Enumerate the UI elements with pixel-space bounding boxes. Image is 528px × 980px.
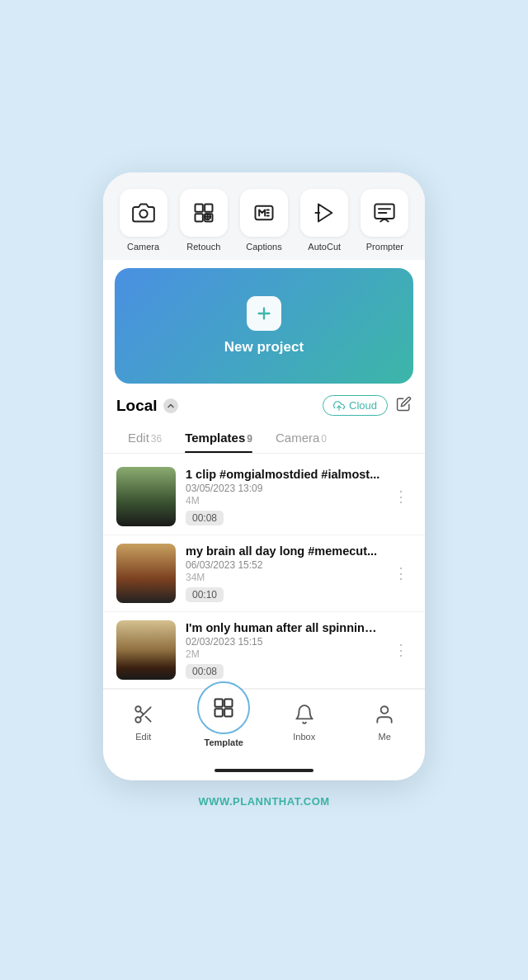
autocut-label: AutoCut: [308, 242, 341, 252]
more-button-1[interactable]: ⋮: [390, 484, 412, 509]
camera-label: Camera: [127, 242, 159, 252]
svg-rect-14: [215, 700, 223, 707]
cloud-label: Cloud: [349, 399, 377, 412]
project-duration-1: 00:08: [186, 511, 224, 525]
cloud-button[interactable]: Cloud: [323, 395, 388, 416]
svg-point-18: [381, 706, 389, 714]
project-size-1: 4M: [186, 495, 380, 506]
tool-autocut[interactable]: AutoCut: [295, 189, 355, 252]
project-thumb-3: [116, 620, 176, 680]
project-date-1: 03/05/2023 13:09: [186, 483, 380, 494]
svg-rect-6: [256, 206, 273, 219]
project-date-2: 06/03/2023 15:52: [186, 559, 380, 571]
retouch-label: Retouch: [186, 242, 220, 252]
project-title-3: I'm only human after all spinning...: [186, 621, 380, 634]
scissors-icon: [133, 704, 154, 728]
tab-templates-count: 9: [247, 433, 252, 445]
project-item-2[interactable]: my brain all day long #memecut... 06/03/…: [103, 535, 425, 612]
tab-camera-label: Camera: [276, 431, 319, 445]
tab-edit-count: 36: [151, 433, 162, 445]
tool-camera[interactable]: Camera: [113, 189, 173, 252]
camera-icon: [132, 201, 155, 224]
template-circle-ring: [197, 681, 250, 734]
more-button-3[interactable]: ⋮: [390, 638, 412, 662]
home-indicator: [214, 769, 314, 772]
local-title-text: Local: [116, 397, 158, 415]
autocut-icon: [313, 201, 336, 224]
chevron-up-icon: [163, 398, 178, 413]
project-thumb-2: [116, 544, 176, 603]
svg-rect-3: [195, 214, 202, 221]
retouch-icon-box: [180, 189, 228, 237]
project-item-3[interactable]: I'm only human after all spinning... 02/…: [103, 612, 425, 689]
project-size-3: 2M: [186, 648, 380, 660]
captions-icon: [252, 201, 276, 224]
footer-url: WWW.PLANNTHAT.COM: [198, 795, 329, 808]
thumb-overlay-1: [116, 467, 176, 526]
edit-icon-button[interactable]: [396, 396, 412, 415]
project-list: 1 clip #omgialmostdied #ialmost... 03/05…: [103, 454, 425, 689]
nav-inbox-label: Inbox: [293, 732, 315, 742]
svg-rect-16: [215, 709, 223, 716]
website-footer: WWW.PLANNTHAT.COM: [198, 795, 329, 808]
template-circle: [197, 681, 250, 734]
project-title-2: my brain all day long #memecut...: [186, 544, 380, 558]
local-header: Local Cloud: [103, 384, 425, 421]
prompter-label: Prompter: [366, 242, 403, 252]
more-button-2[interactable]: ⋮: [390, 561, 412, 586]
project-info-1: 1 clip #omgialmostdied #ialmost... 03/05…: [186, 468, 380, 525]
bottom-nav: Edit Template: [103, 689, 425, 761]
tab-templates[interactable]: Templates9: [173, 424, 264, 453]
phone-frame: Camera Retouch: [103, 172, 425, 780]
project-title-1: 1 clip #omgialmostdied #ialmost...: [186, 468, 380, 481]
svg-point-0: [139, 210, 147, 218]
person-icon: [374, 704, 395, 728]
autocut-icon-box: [300, 189, 348, 237]
cloud-upload-icon: [333, 400, 345, 412]
project-info-3: I'm only human after all spinning... 02/…: [186, 621, 380, 679]
tool-retouch[interactable]: Retouch: [173, 189, 233, 252]
template-icon: [212, 696, 235, 719]
tool-prompter[interactable]: Prompter: [355, 189, 415, 252]
captions-icon-box: [240, 189, 288, 237]
svg-rect-2: [205, 205, 212, 212]
tab-edit[interactable]: Edit36: [116, 424, 173, 453]
project-info-2: my brain all day long #memecut... 06/03/…: [186, 544, 380, 602]
svg-rect-15: [224, 700, 232, 707]
svg-line-12: [145, 717, 150, 722]
tabs-row: Edit36 Templates9 Camera0: [103, 421, 425, 454]
svg-rect-1: [195, 205, 202, 212]
prompter-icon: [373, 201, 396, 224]
project-item-1[interactable]: 1 clip #omgialmostdied #ialmost... 03/05…: [103, 459, 425, 535]
project-date-3: 02/03/2023 15:15: [186, 636, 380, 648]
retouch-icon: [192, 201, 215, 224]
tools-row: Camera Retouch: [103, 172, 425, 260]
project-duration-3: 00:08: [186, 664, 224, 679]
nav-template-label: Template: [205, 737, 243, 747]
new-project-label: New project: [224, 339, 304, 356]
local-actions: Cloud: [323, 395, 412, 416]
thumb-overlay-3: [116, 620, 176, 680]
svg-rect-17: [224, 709, 232, 716]
project-size-2: 34M: [186, 572, 380, 583]
nav-template[interactable]: Template: [184, 698, 265, 747]
project-thumb-1: [116, 467, 176, 526]
nav-inbox[interactable]: Inbox: [264, 704, 345, 742]
project-duration-2: 00:10: [186, 587, 224, 602]
nav-me-label: Me: [379, 732, 391, 742]
thumb-overlay-2: [116, 544, 176, 603]
prompter-icon-box: [361, 189, 408, 237]
tab-edit-label: Edit: [128, 431, 149, 445]
nav-edit-label: Edit: [135, 732, 151, 742]
captions-label: Captions: [246, 242, 281, 252]
tab-camera-count: 0: [321, 433, 327, 445]
new-project-banner[interactable]: New project: [115, 268, 413, 384]
tab-templates-label: Templates: [185, 431, 245, 445]
tab-camera[interactable]: Camera0: [264, 424, 338, 453]
nav-edit[interactable]: Edit: [103, 704, 184, 742]
tool-captions[interactable]: Captions: [233, 189, 294, 252]
local-title[interactable]: Local: [116, 397, 178, 415]
plus-icon: [255, 304, 273, 323]
nav-me[interactable]: Me: [345, 704, 426, 742]
camera-icon-box: [120, 189, 167, 237]
